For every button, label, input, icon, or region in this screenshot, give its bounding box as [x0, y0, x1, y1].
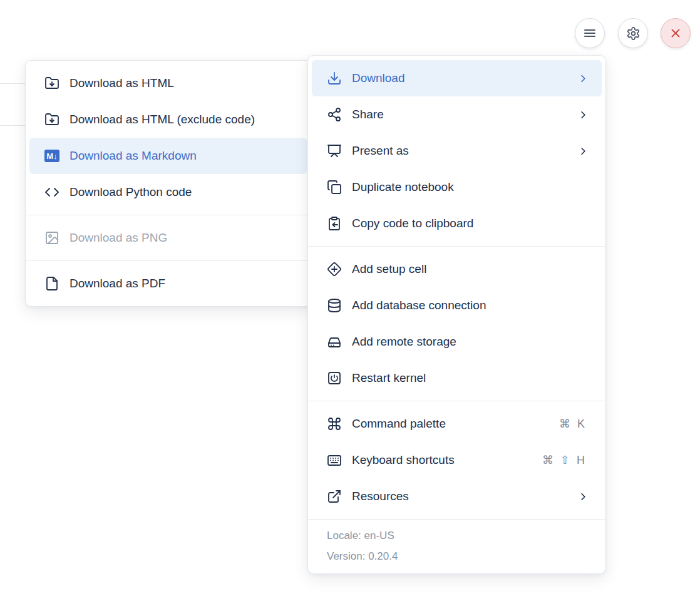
file-icon [44, 276, 59, 291]
menu-item-duplicate-notebook[interactable]: Duplicate notebook [312, 169, 602, 205]
gear-icon [626, 26, 641, 41]
menu-item-download-as-html[interactable]: Download as HTML [29, 65, 307, 101]
share-icon [327, 107, 342, 122]
menu-item-copy-code-to-clipboard[interactable]: Copy code to clipboard [312, 205, 602, 242]
hamburger-icon [582, 26, 597, 41]
menu-item-label: Restart kernel [352, 371, 589, 385]
square-power-icon [327, 371, 342, 386]
close-button[interactable] [661, 18, 691, 48]
menu-item-label: Download Python code [69, 185, 294, 199]
menu-item-add-setup-cell[interactable]: Add setup cell [312, 251, 602, 287]
menu-item-share[interactable]: Share [312, 96, 602, 133]
menu-item-label: Download as Markdown [69, 149, 294, 163]
menu-footer: Locale: en-US Version: 0.20.4 [308, 520, 605, 573]
submenu-group: Download as PNG [26, 215, 311, 260]
menu-item-label: Download as HTML (exclude code) [69, 113, 294, 126]
submenu-group: Download as HTML Download as HTML (exclu… [26, 61, 311, 215]
diamond-plus-icon [327, 262, 342, 277]
menu-item-download-as-png: Download as PNG [29, 220, 307, 256]
menu-item-download-as-pdf[interactable]: Download as PDF [29, 265, 307, 302]
hamburger-menu-button[interactable] [575, 18, 605, 48]
submenu-group: Download as PDF [26, 261, 311, 306]
presentation-icon [327, 143, 342, 158]
menu-item-label: Resources [352, 490, 572, 503]
background-divider [0, 83, 25, 84]
menu-item-label: Download as PNG [69, 231, 294, 245]
menu-item-label: Command palette [352, 417, 554, 431]
menu-item-download-as-html-exclude-code[interactable]: Download as HTML (exclude code) [29, 101, 307, 138]
menu-item-command-palette[interactable]: Command palette ⌘ K [312, 406, 602, 442]
menu-item-label: Add setup cell [352, 262, 589, 276]
menu-item-download[interactable]: Download [312, 60, 602, 96]
copy-icon [327, 180, 342, 195]
menu-item-label: Add remote storage [352, 335, 589, 349]
close-icon [669, 26, 682, 40]
menu-item-resources[interactable]: Resources [312, 478, 602, 515]
code-icon [44, 185, 59, 200]
download-icon [327, 71, 342, 86]
menu-item-label: Copy code to clipboard [352, 217, 589, 230]
keyboard-icon [327, 453, 342, 468]
version-text: Version: 0.20.4 [308, 546, 605, 567]
menu-item-label: Download [352, 71, 572, 85]
menu-group: Command palette ⌘ K Keyboard shortcuts ⌘… [308, 401, 605, 519]
menu-item-label: Keyboard shortcuts [352, 453, 537, 467]
menu-item-label: Present as [352, 144, 572, 158]
menu-item-label: Duplicate notebook [352, 180, 589, 194]
chevron-right-icon [577, 490, 589, 503]
folder-download-icon [44, 112, 59, 127]
hard-drive-icon [327, 334, 342, 349]
app-window: Download as HTML Download as HTML (exclu… [0, 0, 700, 616]
menu-item-label: Share [352, 108, 572, 121]
menu-group: Download Share Present as [308, 56, 605, 246]
menu-item-present-as[interactable]: Present as [312, 133, 602, 169]
menu-item-download-as-markdown[interactable]: M↓ Download as Markdown [29, 138, 307, 174]
menu-item-restart-kernel[interactable]: Restart kernel [312, 360, 602, 396]
locale-text: Locale: en-US [308, 525, 605, 546]
chevron-right-icon [577, 72, 589, 85]
menu-item-label: Add database connection [352, 299, 589, 312]
menu-item-add-database-connection[interactable]: Add database connection [312, 287, 602, 324]
chevron-right-icon [577, 145, 589, 157]
shortcut-hint: ⌘ K [559, 417, 587, 431]
download-submenu: Download as HTML Download as HTML (exclu… [25, 60, 311, 307]
notebook-menu: Download Share Present as [307, 55, 606, 574]
menu-item-label: Download as HTML [69, 76, 294, 90]
command-icon [327, 416, 342, 431]
markdown-icon: M↓ [44, 148, 59, 163]
background-divider [0, 125, 25, 126]
database-icon [327, 298, 342, 313]
shortcut-hint: ⌘ ⇧ H [542, 453, 587, 467]
image-icon [44, 230, 59, 245]
clipboard-copy-icon [327, 216, 342, 231]
menu-item-label: Download as PDF [69, 277, 294, 290]
external-link-icon [327, 489, 342, 504]
menu-item-download-python-code[interactable]: Download Python code [29, 174, 307, 210]
menu-item-keyboard-shortcuts[interactable]: Keyboard shortcuts ⌘ ⇧ H [312, 442, 602, 478]
menu-group: Add setup cell Add database connection A… [308, 247, 605, 401]
menu-item-add-remote-storage[interactable]: Add remote storage [312, 324, 602, 360]
chevron-right-icon [577, 108, 589, 121]
settings-button[interactable] [618, 18, 648, 48]
folder-download-icon [44, 76, 59, 91]
